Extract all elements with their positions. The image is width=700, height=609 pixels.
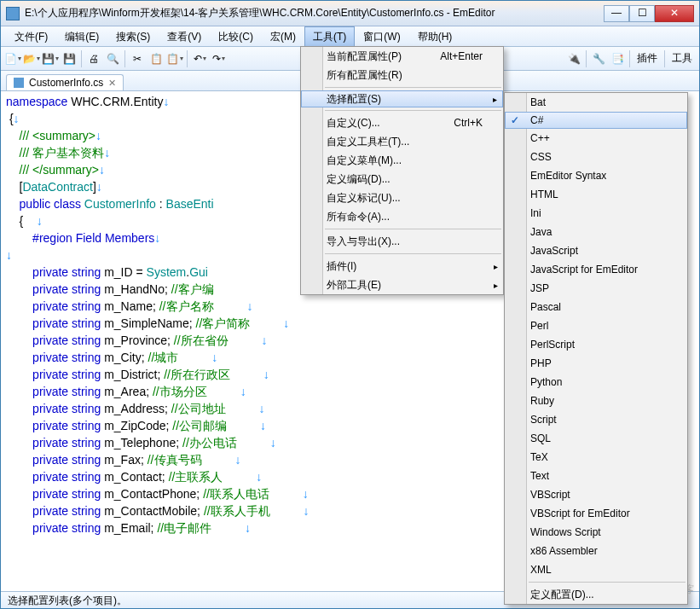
menu-item-label: Pascal	[530, 301, 561, 313]
menu-item[interactable]: SQL	[505, 429, 687, 448]
tab-close-button[interactable]: ✕	[108, 78, 116, 89]
plugins-label[interactable]: 插件	[633, 51, 661, 66]
menu-item[interactable]: 所有配置属性(R)	[301, 66, 503, 84]
menu-item[interactable]: Bat	[505, 93, 687, 112]
menu-item-label: HTML	[530, 188, 558, 200]
menu-工具[interactable]: 工具(T)	[304, 26, 355, 46]
menu-item[interactable]: JavaScript	[505, 241, 687, 260]
menu-item[interactable]: Text	[505, 467, 687, 485]
menu-item[interactable]: 自定义(C)...Ctrl+K	[301, 113, 503, 132]
menu-item-label: C++	[530, 132, 550, 144]
menu-item-label: 所有配置属性(R)	[327, 68, 402, 83]
menu-item-label: 所有命令(A)...	[327, 210, 390, 224]
menu-item-label: Script	[530, 414, 557, 426]
menu-item[interactable]: JavaScript for EmEditor	[505, 260, 687, 279]
menu-item[interactable]: Windows Script	[505, 523, 687, 542]
menu-item[interactable]: Python	[505, 373, 687, 392]
menu-item[interactable]: C++	[505, 129, 687, 148]
menu-item-label: PerlScript	[530, 339, 575, 351]
save-all-button[interactable]: 💾	[61, 50, 78, 67]
menu-item[interactable]: 所有命令(A)...	[301, 207, 503, 226]
menu-item[interactable]: 导入与导出(X)...	[301, 232, 503, 251]
menu-item[interactable]: VBScript for EmEditor	[505, 504, 687, 523]
menu-item[interactable]: PerlScript	[505, 335, 687, 354]
menu-item[interactable]: PHP	[505, 354, 687, 373]
menu-item-label: Python	[530, 376, 562, 388]
menu-item[interactable]: 当前配置属性(P)Alt+Enter	[301, 47, 503, 66]
plugin-icon[interactable]: 🔌	[565, 50, 582, 67]
paste-button[interactable]: 📋	[166, 50, 183, 67]
tool-icon-2[interactable]: 📑	[609, 50, 626, 67]
menu-item[interactable]: CSS	[505, 148, 687, 166]
menu-item-label: 插件(I)	[327, 259, 356, 274]
menu-item[interactable]: Ruby	[505, 392, 687, 410]
save-button[interactable]: 💾	[42, 50, 59, 67]
menu-item[interactable]: 定义配置(D)...	[505, 585, 687, 604]
menu-item-label: Ini	[530, 207, 541, 219]
cut-button[interactable]: ✂	[129, 50, 146, 67]
tool-icon-1[interactable]: 🔧	[590, 50, 607, 67]
menu-item[interactable]: JSP	[505, 279, 687, 298]
separator	[187, 50, 188, 67]
menu-item[interactable]: 自定义工具栏(T)...	[301, 132, 503, 151]
redo-button[interactable]: ↷	[210, 50, 227, 67]
preview-button[interactable]: 🔍	[104, 50, 121, 67]
menu-比较[interactable]: 比较(C)	[210, 26, 262, 46]
document-tab[interactable]: CustomerInfo.cs ✕	[6, 74, 124, 90]
copy-button[interactable]: 📋	[148, 50, 165, 67]
maximize-button[interactable]: ☐	[629, 5, 655, 22]
menu-item-label: Ruby	[530, 395, 554, 407]
menu-item[interactable]: ✓C#	[505, 112, 687, 129]
menu-编辑[interactable]: 编辑(E)	[56, 26, 107, 46]
shortcut-label: Alt+Enter	[440, 50, 483, 62]
menu-item[interactable]: 选择配置(S)	[301, 90, 503, 107]
menu-item[interactable]: VBScript	[505, 485, 687, 504]
menu-item[interactable]: 外部工具(E)	[301, 276, 503, 294]
menu-宏[interactable]: 宏(M)	[262, 26, 304, 46]
menu-搜索[interactable]: 搜索(S)	[107, 26, 159, 46]
new-file-button[interactable]: 📄	[4, 50, 21, 67]
menu-item[interactable]: Pascal	[505, 298, 687, 316]
menu-item-label: TeX	[530, 451, 548, 463]
menu-item-label: SQL	[530, 432, 551, 444]
menu-item[interactable]: HTML	[505, 185, 687, 204]
menu-separator	[529, 582, 686, 583]
menu-item-label: 自定义工具栏(T)...	[327, 135, 409, 149]
menu-item-label: 选择配置(S)	[327, 92, 381, 107]
menu-item-label: Text	[530, 470, 549, 482]
file-icon	[14, 78, 24, 88]
menu-item[interactable]: Ini	[505, 204, 687, 223]
undo-button[interactable]: ↶	[191, 50, 208, 67]
menu-item-label: C#	[530, 114, 543, 126]
menu-item[interactable]: Script	[505, 410, 687, 429]
menubar: 文件(F)编辑(E)搜索(S)查看(V)比较(C)宏(M)工具(T)窗口(W)帮…	[1, 26, 699, 47]
check-icon: ✓	[511, 114, 519, 126]
menu-item-label: Windows Script	[530, 526, 601, 538]
menu-item[interactable]: 自定义菜单(M)...	[301, 151, 503, 170]
print-button[interactable]: 🖨	[85, 50, 102, 67]
close-button[interactable]: ✕	[655, 5, 694, 22]
menu-item-label: 自定义(C)...	[327, 116, 380, 130]
menu-item[interactable]: EmEditor Syntax	[505, 166, 687, 185]
menu-item[interactable]: 定义编码(D)...	[301, 170, 503, 188]
tools-label[interactable]: 工具	[668, 51, 696, 66]
open-file-button[interactable]: 📂	[23, 50, 40, 67]
menu-item[interactable]: TeX	[505, 448, 687, 467]
menu-文件[interactable]: 文件(F)	[6, 26, 56, 46]
menu-item[interactable]: 自定义标记(U)...	[301, 188, 503, 207]
menu-item[interactable]: Perl	[505, 316, 687, 335]
menu-item-label: VBScript for EmEditor	[530, 508, 630, 519]
menu-item-label: 自定义标记(U)...	[327, 191, 401, 206]
menu-item[interactable]: Java	[505, 223, 687, 241]
menu-item[interactable]: XML	[505, 560, 687, 579]
shortcut-label: Ctrl+K	[454, 117, 483, 129]
titlebar[interactable]: E:\个人应用程序\Winform开发框架\14-客户关系管理\WHC.CRM.…	[1, 1, 699, 26]
minimize-button[interactable]: —	[604, 5, 629, 22]
menu-item[interactable]: x86 Assembler	[505, 542, 687, 560]
menu-窗口[interactable]: 窗口(W)	[355, 26, 408, 46]
window-title: E:\个人应用程序\Winform开发框架\14-客户关系管理\WHC.CRM.…	[25, 6, 604, 20]
menu-item-label: 自定义菜单(M)...	[327, 154, 402, 168]
menu-查看[interactable]: 查看(V)	[159, 26, 210, 46]
menu-item[interactable]: 插件(I)	[301, 257, 503, 276]
menu-帮助[interactable]: 帮助(H)	[409, 26, 461, 46]
